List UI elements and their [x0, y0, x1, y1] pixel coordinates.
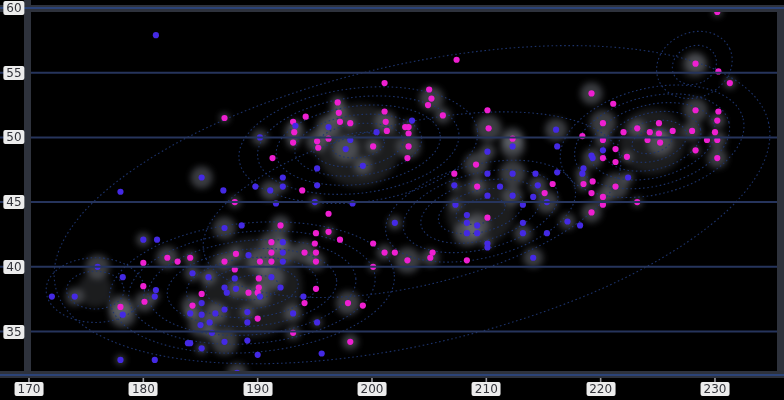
data-point-blue	[564, 218, 570, 224]
data-point-magenta	[464, 257, 470, 263]
data-point-magenta	[301, 249, 307, 255]
data-point-blue	[245, 252, 251, 258]
data-point-magenta	[117, 304, 123, 310]
data-point-blue	[154, 237, 160, 243]
data-point-blue	[520, 230, 526, 236]
x-tick-label: 200	[358, 382, 387, 396]
data-point-magenta	[301, 300, 307, 306]
data-point-magenta	[381, 249, 387, 255]
data-point-magenta	[610, 101, 616, 107]
data-point-blue	[484, 244, 490, 250]
data-point-blue	[268, 274, 274, 280]
data-point-blue	[153, 32, 159, 38]
data-point-blue	[532, 171, 538, 177]
data-point-blue	[579, 171, 585, 177]
data-point-blue	[319, 350, 325, 356]
data-point-blue	[117, 357, 123, 363]
data-point-blue	[530, 255, 536, 261]
data-point-magenta	[370, 240, 376, 246]
scatter-chart-canvas	[0, 0, 784, 400]
data-point-magenta	[189, 303, 195, 309]
data-point-blue	[244, 319, 250, 325]
data-point-magenta	[550, 181, 556, 187]
data-point-magenta	[405, 143, 411, 149]
data-point-blue	[484, 193, 490, 199]
data-point-blue	[224, 290, 230, 296]
data-point-magenta	[612, 159, 618, 165]
data-point-blue	[373, 129, 379, 135]
data-point-blue	[239, 222, 245, 228]
data-point-blue	[233, 286, 239, 292]
data-point-magenta	[384, 128, 390, 134]
data-point-magenta	[712, 129, 718, 135]
data-point-magenta	[600, 194, 606, 200]
data-point-blue	[300, 293, 306, 299]
data-point-blue	[360, 163, 366, 169]
data-point-magenta	[484, 215, 490, 221]
x-tick-label: 230	[701, 382, 730, 396]
data-point-blue	[153, 287, 159, 293]
data-point-magenta	[714, 155, 720, 161]
data-point-magenta	[370, 143, 376, 149]
data-point-magenta	[291, 129, 297, 135]
data-point-magenta	[656, 120, 662, 126]
data-point-magenta	[714, 117, 720, 123]
data-point-magenta	[657, 139, 663, 145]
data-point-magenta	[404, 257, 410, 263]
data-point-blue	[314, 182, 320, 188]
data-point-magenta	[268, 239, 274, 245]
data-point-magenta	[612, 146, 618, 152]
data-point-magenta	[590, 178, 596, 184]
data-point-magenta	[600, 155, 606, 161]
data-point-magenta	[692, 107, 698, 113]
data-point-blue	[212, 310, 218, 316]
data-point-magenta	[336, 110, 342, 116]
data-point-magenta	[727, 80, 733, 86]
x-tick-label: 190	[243, 382, 272, 396]
data-point-magenta	[347, 339, 353, 345]
data-point-magenta	[428, 95, 434, 101]
data-point-blue	[290, 310, 296, 316]
data-point-blue	[451, 182, 457, 188]
x-tick-label: 170	[15, 382, 44, 396]
data-point-magenta	[335, 99, 341, 105]
data-point-blue	[197, 322, 203, 328]
data-point-magenta	[405, 124, 411, 130]
data-point-magenta	[656, 130, 662, 136]
data-point-blue	[474, 230, 480, 236]
data-point-blue	[484, 149, 490, 155]
data-point-blue	[535, 182, 541, 188]
data-point-magenta	[473, 161, 479, 167]
data-point-blue	[464, 212, 470, 218]
data-point-magenta	[303, 114, 309, 120]
data-point-magenta	[588, 90, 594, 96]
data-point-magenta	[425, 102, 431, 108]
data-point-blue	[580, 165, 586, 171]
data-point-magenta	[221, 115, 227, 121]
data-point-magenta	[647, 129, 653, 135]
data-point-blue	[152, 293, 158, 299]
data-point-magenta	[313, 286, 319, 292]
data-point-magenta	[588, 190, 594, 196]
data-point-magenta	[256, 275, 262, 281]
data-point-blue	[120, 312, 126, 318]
data-point-blue	[280, 183, 286, 189]
data-point-blue	[544, 230, 550, 236]
data-point-blue	[600, 147, 606, 153]
data-point-blue	[554, 169, 560, 175]
data-point-blue	[277, 284, 283, 290]
data-point-blue	[189, 270, 195, 276]
data-point-magenta	[689, 128, 695, 134]
data-point-magenta	[269, 155, 275, 161]
y-tick-label: 50	[3, 130, 24, 144]
data-point-blue	[520, 220, 526, 226]
data-point-blue	[255, 352, 261, 358]
data-point-blue	[280, 259, 286, 265]
data-point-blue	[314, 165, 320, 171]
data-point-magenta	[383, 119, 389, 125]
data-point-magenta	[381, 80, 387, 86]
data-point-magenta	[624, 154, 630, 160]
data-point-blue	[49, 293, 55, 299]
data-point-magenta	[453, 57, 459, 63]
data-point-magenta	[313, 230, 319, 236]
